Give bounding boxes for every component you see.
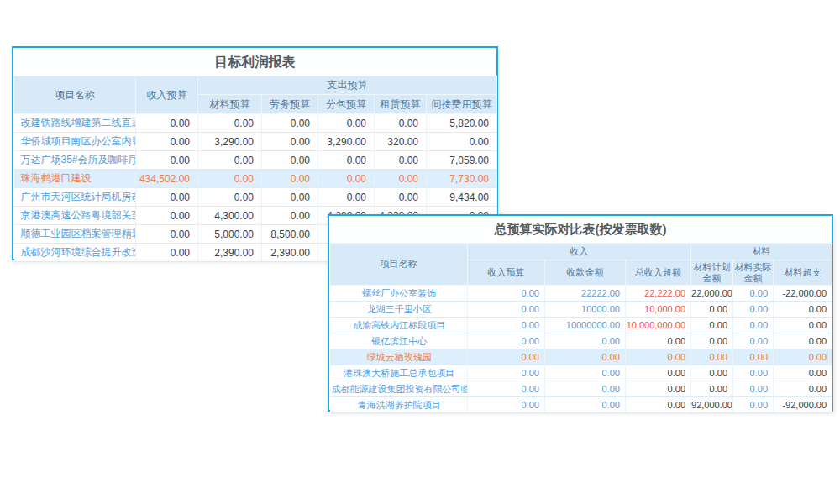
numeric-cell: 92,000.00 [691,397,733,413]
numeric-cell: -22,000.00 [774,286,832,302]
table-header: 项目名称 收入预算 支出预算 材料预算 劳务预算 分包预算 租赁预算 间接费用预… [14,76,497,114]
project-name-link[interactable]: 京港澳高速公路粤境韶关至广州互通 [14,207,136,225]
project-name-link[interactable]: 珠海鹤港口建设 [14,170,136,188]
project-name-link[interactable]: 螺丝厂办公室装饰 [330,286,468,302]
project-name-link[interactable]: 龙湖三千里小区 [330,302,468,318]
numeric-cell: 0.00 [136,207,198,225]
project-name-link[interactable]: 顺德工业园区档案管理精装饰工程 [14,225,136,244]
numeric-cell: 0.00 [198,114,262,133]
col-header-income-excess: 总收入超额 [626,260,691,286]
numeric-cell: 0.00 [468,365,545,381]
table-row[interactable]: 广州市天河区统计局机房改造项目0.000.000.000.000.009,434… [14,188,497,207]
numeric-cell: 0.00 [136,114,198,133]
project-name-link[interactable]: 华侨城项目南区办公室内装修工程 [14,133,136,151]
numeric-cell: 0.00 [626,349,691,365]
table-row[interactable]: 港珠澳大桥施工总承包项目0.000.000.000.000.000.00 [330,365,832,381]
numeric-cell: 8,500.00 [262,225,318,244]
numeric-cell: 0.00 [691,318,733,333]
numeric-cell: 0.00 [375,151,427,170]
table-row[interactable]: 万达广场35#会所及咖啡厅空调安装0.000.000.000.000.007,0… [14,151,497,170]
numeric-cell: 22,222.00 [626,286,691,302]
numeric-cell: 7,059.00 [427,151,497,170]
col-header-income-budget: 收入预算 [136,76,198,114]
numeric-cell: 10,000.00 [626,302,691,318]
numeric-cell: 10000.00 [545,302,626,318]
table2-body: 螺丝厂办公室装饰0.0022222.0022,222.0022,000.000.… [330,286,832,413]
numeric-cell: 3,290.00 [198,133,262,151]
numeric-cell: 0.00 [198,170,262,188]
col-group-income: 收入 [468,244,691,260]
numeric-cell: 0.00 [691,333,733,349]
numeric-cell: 0.00 [262,151,318,170]
numeric-cell: 0.00 [427,133,497,151]
numeric-cell: 0.00 [545,381,626,397]
table-row[interactable]: 成渝高铁内江标段项目0.0010000000.0010,000,000.000.… [330,318,832,333]
col-header-material-budget: 材料预算 [198,95,262,114]
col-header-material-overrun: 材料超支 [774,260,832,286]
numeric-cell: 0.00 [774,318,832,333]
numeric-cell: 0.00 [733,302,774,318]
numeric-cell: 0.00 [691,349,733,365]
numeric-cell: 0.00 [691,302,733,318]
numeric-cell: 0.00 [774,333,832,349]
numeric-cell: 0.00 [136,151,198,170]
numeric-cell: 5,000.00 [198,225,262,244]
project-name-link[interactable]: 万达广场35#会所及咖啡厅空调安装 [14,151,136,170]
numeric-cell: 0.00 [468,318,545,333]
numeric-cell: 0.00 [691,381,733,397]
numeric-cell: 0.00 [733,349,774,365]
project-name-link[interactable]: 成都能源建设集团投资有限公司临时办公场所装修工程 [330,381,468,397]
col-header-income-budget: 收入预算 [468,260,545,286]
table-row[interactable]: 螺丝厂办公室装饰0.0022222.0022,222.0022,000.000.… [330,286,832,302]
numeric-cell: 4,300.00 [198,207,262,225]
table-row[interactable]: 珠海鹤港口建设434,502.000.000.000.000.007,730.0… [14,170,497,188]
numeric-cell: 9,434.00 [427,188,497,207]
table-row[interactable]: 龙湖三千里小区0.0010000.0010,000.000.000.000.00 [330,302,832,318]
numeric-cell: 0.00 [733,381,774,397]
numeric-cell: 0.00 [136,225,198,244]
numeric-cell: 0.00 [733,365,774,381]
col-header-indirect-budget: 间接费用预算 [427,95,497,114]
col-header-project: 项目名称 [14,76,136,114]
numeric-cell: 0.00 [375,114,427,133]
project-name-link[interactable]: 成渝高铁内江标段项目 [330,318,468,333]
project-name-link[interactable]: 港珠澳大桥施工总承包项目 [330,365,468,381]
numeric-cell: 22,000.00 [691,286,733,302]
numeric-cell: 0.00 [262,133,318,151]
table-row[interactable]: 绿城云栖玫瑰园0.000.000.000.000.000.00 [330,349,832,365]
col-header-rental-budget: 租赁预算 [375,95,427,114]
numeric-cell: 22222.00 [545,286,626,302]
table-row[interactable]: 华侨城项目南区办公室内装修工程0.003,290.000.003,290.003… [14,133,497,151]
numeric-cell: 0.00 [733,333,774,349]
numeric-cell: 0.00 [468,397,545,413]
numeric-cell: 0.00 [774,365,832,381]
numeric-cell: 0.00 [198,151,262,170]
table-row[interactable]: 改建铁路线增建第二线直通线（成都0.000.000.000.000.005,82… [14,114,497,133]
numeric-cell: 10000000.00 [545,318,626,333]
numeric-cell: 0.00 [626,381,691,397]
numeric-cell: 0.00 [468,349,545,365]
numeric-cell: 2,390.00 [198,244,262,262]
numeric-cell: 0.00 [545,397,626,413]
numeric-cell: 0.00 [136,244,198,262]
table-row[interactable]: 成都能源建设集团投资有限公司临时办公场所装修工程0.000.000.000.00… [330,381,832,397]
table-row[interactable]: 青海洪湖养护院项目0.000.000.0092,000.000.00-92,00… [330,397,832,413]
numeric-cell: 0.00 [774,349,832,365]
project-name-link[interactable]: 银亿滨江中心 [330,333,468,349]
numeric-cell: 434,502.00 [136,170,198,188]
numeric-cell: 0.00 [198,188,262,207]
project-name-link[interactable]: 广州市天河区统计局机房改造项目 [14,188,136,207]
numeric-cell: 0.00 [318,170,375,188]
numeric-cell: 0.00 [468,381,545,397]
numeric-cell: 0.00 [545,333,626,349]
col-header-subcontract-budget: 分包预算 [318,95,375,114]
numeric-cell: 0.00 [733,286,774,302]
project-name-link[interactable]: 绿城云栖玫瑰园 [330,349,468,365]
project-name-link[interactable]: 成都沙河环境综合提升改造运河护坡 [14,244,136,262]
col-header-received-amount: 收款金额 [545,260,626,286]
project-name-link[interactable]: 青海洪湖养护院项目 [330,397,468,413]
table-row[interactable]: 银亿滨江中心0.000.000.000.000.000.00 [330,333,832,349]
project-name-link[interactable]: 改建铁路线增建第二线直通线（成都 [14,114,136,133]
numeric-cell: 0.00 [774,381,832,397]
numeric-cell: 0.00 [318,188,375,207]
